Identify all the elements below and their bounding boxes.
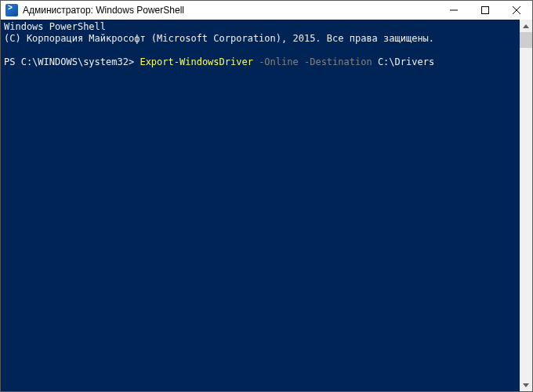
maximize-icon: [481, 6, 489, 14]
scrollbar-track[interactable]: [520, 32, 532, 379]
console-client-area: Windows PowerShell (C) Корпорация Майкро…: [1, 20, 532, 391]
minimize-icon: [450, 6, 458, 14]
scrollbar-thumb[interactable]: [520, 32, 532, 48]
maximize-button[interactable]: [470, 1, 501, 20]
title-bar[interactable]: Администратор: Windows PowerShell: [1, 1, 532, 20]
powershell-window: Администратор: Windows PowerShell Window…: [0, 0, 533, 392]
window-title: Администратор: Windows PowerShell: [23, 5, 184, 16]
svg-marker-5: [523, 383, 529, 387]
svg-rect-1: [482, 7, 489, 14]
chevron-down-icon: [523, 383, 529, 387]
scroll-up-button[interactable]: [520, 20, 532, 32]
vertical-scrollbar[interactable]: [520, 20, 532, 391]
powershell-icon: [5, 4, 18, 16]
prompt: PS C:\WINDOWS\system32>: [4, 56, 134, 67]
minimize-button[interactable]: [438, 1, 470, 20]
param-destination: -Destination: [304, 56, 372, 67]
header-line-1: Windows PowerShell: [4, 21, 106, 32]
arg-destination: C:\Drivers: [378, 56, 434, 67]
scroll-down-button[interactable]: [520, 379, 532, 391]
svg-marker-4: [523, 24, 529, 28]
param-online: -Online: [259, 56, 299, 67]
chevron-up-icon: [523, 24, 529, 28]
header-line-2: (C) Корпорация Майкрософт (Microsoft Cor…: [4, 33, 434, 44]
window-controls: [438, 1, 532, 20]
console-output[interactable]: Windows PowerShell (C) Корпорация Майкро…: [1, 20, 520, 391]
close-icon: [513, 6, 520, 14]
close-button[interactable]: [501, 1, 532, 20]
cmdlet-token: Export-WindowsDriver: [140, 56, 253, 67]
